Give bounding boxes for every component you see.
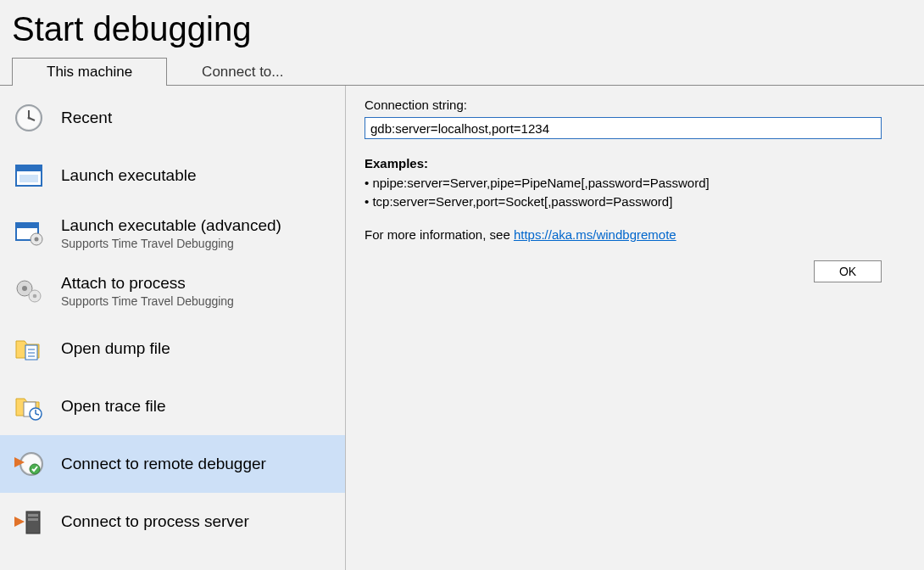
tabs: This machine Connect to... [12, 57, 924, 85]
sidebar-item-attach-to-process[interactable]: Attach to process Supports Time Travel D… [0, 262, 345, 320]
folder-file-icon [12, 332, 46, 366]
sidebar-item-label: Attach to process [61, 274, 234, 293]
window-icon [12, 159, 46, 193]
sidebar-item-label: Launch executable (advanced) [61, 216, 281, 235]
sidebar-item-label: Connect to remote debugger [61, 455, 266, 473]
svg-line-23 [36, 414, 39, 415]
chip-arrow-icon [12, 562, 46, 570]
sidebar-item-connect-remote-debugger[interactable]: Connect to remote debugger [0, 435, 345, 493]
sidebar-item-open-dump-file[interactable]: Open dump file [0, 320, 345, 377]
example-line: • npipe:server=Server,pipe=PipeName[,pas… [365, 176, 710, 190]
svg-point-4 [28, 117, 31, 120]
clock-icon [12, 101, 46, 135]
examples-block: Examples: • npipe:server=Server,pipe=Pip… [365, 154, 905, 212]
folder-clock-icon [12, 389, 46, 423]
gears-icon [12, 274, 46, 308]
svg-point-13 [22, 286, 27, 291]
sidebar-item-sub: Supports Time Travel Debugging [61, 294, 234, 308]
more-info-prefix: For more information, see [365, 227, 514, 242]
sidebar: Recent Launch executable [0, 86, 346, 570]
svg-rect-7 [19, 175, 38, 182]
example-line: • tcp:server=Server,port=Socket[,passwor… [365, 194, 672, 209]
svg-point-15 [33, 294, 37, 299]
examples-heading: Examples: [365, 156, 428, 170]
sidebar-item-attach-kernel[interactable]: Attach to kernel [0, 550, 345, 570]
connection-string-label: Connection string: [365, 98, 905, 112]
svg-rect-6 [16, 165, 42, 171]
sidebar-item-label: Recent [61, 109, 112, 127]
svg-rect-30 [28, 518, 38, 521]
sidebar-item-launch-executable-advanced[interactable]: Launch executable (advanced) Supports Ti… [0, 204, 345, 262]
server-arrow-icon [12, 505, 46, 539]
sidebar-item-label: Launch executable [61, 166, 197, 185]
window-gear-icon [12, 216, 46, 250]
tab-this-machine[interactable]: This machine [12, 58, 167, 86]
page-title: Start debugging [12, 10, 924, 48]
sidebar-item-open-trace-file[interactable]: Open trace file [0, 377, 345, 435]
sidebar-item-launch-executable[interactable]: Launch executable [0, 147, 345, 204]
connection-string-input[interactable] [365, 117, 882, 139]
sidebar-item-sub: Supports Time Travel Debugging [61, 237, 281, 250]
more-info-line: For more information, see https://aka.ms… [365, 227, 905, 242]
sidebar-item-connect-process-server[interactable]: Connect to process server [0, 493, 345, 550]
sidebar-item-label: Connect to process server [61, 512, 249, 531]
tab-connect-to[interactable]: Connect to... [167, 58, 318, 86]
svg-rect-9 [16, 223, 38, 228]
remote-debugger-icon [12, 447, 46, 481]
detail-panel: Connection string: Examples: • npipe:ser… [346, 86, 924, 570]
svg-point-11 [35, 238, 39, 242]
sidebar-item-label: Open trace file [61, 397, 166, 416]
more-info-link[interactable]: https://aka.ms/windbgremote [514, 227, 676, 242]
ok-button[interactable]: OK [814, 260, 882, 282]
svg-marker-31 [14, 517, 25, 527]
sidebar-item-recent[interactable]: Recent [0, 89, 345, 147]
sidebar-item-label: Open dump file [61, 339, 170, 358]
svg-rect-29 [28, 514, 38, 517]
